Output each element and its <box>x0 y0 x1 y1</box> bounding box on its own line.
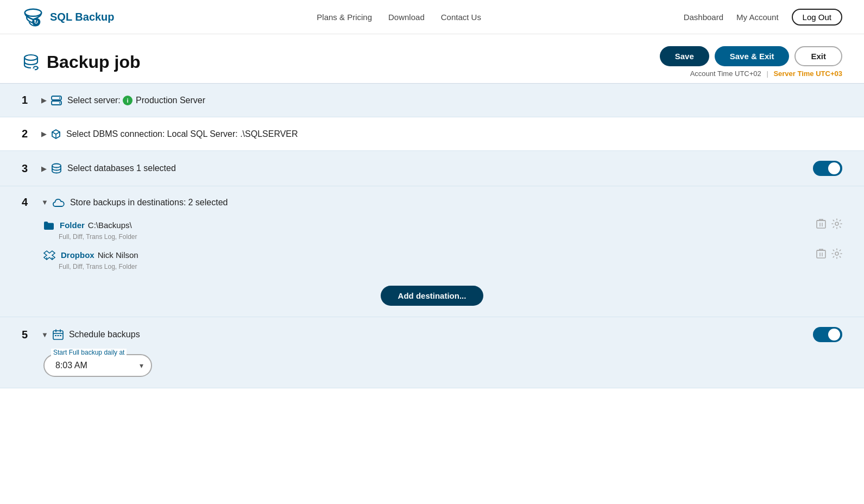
destinations-list: Folder C:\Backups\ Full, Diff, Trans Log… <box>0 215 864 280</box>
folder-dest-name: Folder <box>60 220 85 230</box>
svg-point-3 <box>24 55 37 60</box>
destination-item-folder: Folder C:\Backups\ Full, Diff, Trans Log… <box>43 215 842 241</box>
svg-rect-16 <box>60 335 61 336</box>
dropbox-icon <box>43 250 55 261</box>
exit-button[interactable]: Exit <box>794 46 842 66</box>
step-3-label: Select databases <box>67 163 134 173</box>
step-2-row: 2 ▶ Select DBMS connection: Local SQL Se… <box>0 117 864 151</box>
svg-point-10 <box>835 222 838 225</box>
step-3-value: 1 selected <box>136 163 176 173</box>
svg-point-7 <box>59 102 60 103</box>
svg-point-8 <box>52 164 61 168</box>
step-3-row: 3 ▶ Select databases 1 selected <box>0 151 864 186</box>
header-right: Dashboard My Account Log Out <box>684 9 842 26</box>
step-2-value: Local SQL Server: .\SQLSERVER <box>167 129 298 139</box>
step-4-toggle[interactable]: ▼ <box>41 198 48 206</box>
server-icon <box>51 96 62 105</box>
svg-rect-15 <box>57 335 59 336</box>
dropbox-delete-icon[interactable] <box>816 248 826 262</box>
step-1-value: Production Server <box>136 96 205 105</box>
step-2-toggle[interactable]: ▶ <box>41 130 47 138</box>
cloud-icon <box>53 198 65 207</box>
logo-icon: ↻ <box>22 5 45 28</box>
step-1-info-icon[interactable]: i <box>123 96 133 105</box>
dropbox-dest-sub: Full, Diff, Trans Log, Folder <box>59 263 842 270</box>
nav-plans[interactable]: Plans & Pricing <box>317 12 372 22</box>
dbms-icon <box>51 129 61 140</box>
step-1-toggle[interactable]: ▶ <box>41 96 47 104</box>
destination-item-dropbox: Dropbox Nick Nilson Full, Diff, Trans Lo… <box>43 245 842 270</box>
step-5-content: Start Full backup daily at ▾ <box>0 349 864 388</box>
folder-dest-path: C:\Backups\ <box>88 220 132 230</box>
folder-icon <box>43 220 54 230</box>
step-3-toggle[interactable]: ▶ <box>41 165 47 173</box>
logo[interactable]: ↻ SQL Backup <box>22 5 115 28</box>
step-4-number: 4 <box>22 196 37 209</box>
dropbox-settings-icon[interactable] <box>831 248 842 262</box>
step-1-number: 1 <box>22 94 37 106</box>
svg-point-6 <box>59 97 60 98</box>
schedule-float-label: Start Full backup daily at <box>51 349 127 356</box>
folder-delete-icon[interactable] <box>816 218 826 232</box>
step-1-row: 1 ▶ Select server: i Production Server <box>0 84 864 117</box>
add-destination-row: Add destination... <box>0 280 864 317</box>
step-5-number: 5 <box>22 329 37 341</box>
svg-text:↻: ↻ <box>34 19 38 25</box>
nav-contact[interactable]: Contact Us <box>441 12 481 22</box>
nav-my-account[interactable]: My Account <box>736 12 779 22</box>
step-2-label: Select DBMS connection: <box>66 129 165 139</box>
save-exit-button[interactable]: Save & Exit <box>715 46 790 66</box>
step-4-label: Store backups in destinations: <box>70 198 186 207</box>
save-button[interactable]: Save <box>660 46 709 66</box>
dropbox-dest-path: Nick Nilson <box>98 250 138 260</box>
step-4-value: 2 selected <box>188 198 228 207</box>
database-icon <box>51 163 62 174</box>
step-5-container: 5 ▼ Schedule backups Start Full backup d… <box>0 317 864 388</box>
svg-rect-11 <box>817 250 825 258</box>
page-title: Backup job <box>22 52 140 72</box>
step-3-toggle-switch[interactable] <box>813 161 842 176</box>
logout-button[interactable]: Log Out <box>792 9 842 26</box>
main-nav: Plans & Pricing Download Contact Us <box>317 12 481 22</box>
dropbox-dest-name: Dropbox <box>61 250 94 260</box>
time-info: Account Time UTC+02 | Server Time UTC+03 <box>690 70 842 78</box>
step-4-header: 4 ▼ Store backups in destinations: 2 sel… <box>0 186 864 215</box>
step-5-toggle[interactable]: ▼ <box>41 331 48 339</box>
page-title-area: Backup job Save Save & Exit Exit Account… <box>0 34 864 83</box>
step-5-toggle-switch[interactable] <box>813 327 842 342</box>
folder-dest-sub: Full, Diff, Trans Log, Folder <box>59 233 842 241</box>
backup-job-icon <box>22 53 40 71</box>
nav-download[interactable]: Download <box>388 12 425 22</box>
step-1-label: Select server: <box>67 96 121 105</box>
schedule-time-group: Start Full backup daily at ▾ <box>43 354 152 377</box>
step-3-number: 3 <box>22 162 37 175</box>
folder-settings-icon[interactable] <box>831 218 842 232</box>
svg-rect-14 <box>55 335 56 336</box>
calendar-icon <box>53 329 64 340</box>
header: ↻ SQL Backup Plans & Pricing Download Co… <box>0 0 864 34</box>
step-2-number: 2 <box>22 128 37 140</box>
svg-point-12 <box>835 252 838 255</box>
svg-rect-9 <box>817 220 825 228</box>
step-5-header: 5 ▼ Schedule backups <box>0 317 864 349</box>
schedule-time-input[interactable] <box>43 354 152 377</box>
page-title-actions: Save Save & Exit Exit Account Time UTC+0… <box>660 46 842 78</box>
nav-dashboard[interactable]: Dashboard <box>684 12 723 22</box>
svg-point-0 <box>25 9 42 16</box>
step-5-label: Schedule backups <box>69 330 140 339</box>
step-4-container: 4 ▼ Store backups in destinations: 2 sel… <box>0 186 864 317</box>
add-destination-button[interactable]: Add destination... <box>381 286 484 306</box>
